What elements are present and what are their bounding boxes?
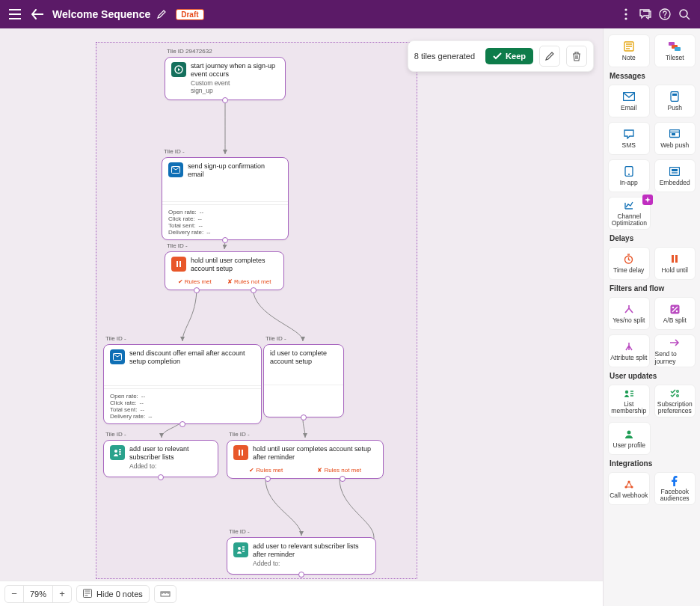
svg-point-4 [680,10,687,17]
tile-hold-until-reminder[interactable]: Tile ID - hold until user completes acco… [227,440,384,479]
svg-point-34 [677,391,679,393]
port-out[interactable] [179,421,185,427]
palette-ab-split[interactable]: A/B split [654,297,696,330]
notes-group[interactable]: Hide 0 notes [76,585,150,603]
tile-id-label: Tile ID - [229,431,250,438]
note-icon [624,40,634,52]
pause-icon [233,445,248,460]
user-icon [624,428,633,440]
svg-rect-19 [671,92,678,102]
port-out-met[interactable] [194,287,200,293]
zoom-group: − 79% + [4,585,72,603]
palette-list-membership[interactable]: List membership [608,385,650,417]
palette-inapp[interactable]: In-app [608,159,650,192]
svg-point-10 [114,450,117,453]
palette-send-journey[interactable]: Send to journey [654,334,696,367]
webpush-icon [669,128,680,140]
arrow-right-icon [669,337,680,349]
port-out[interactable] [298,572,304,578]
palette-facebook[interactable]: Facebook audiences [654,472,696,505]
edit-title-button[interactable] [155,7,168,21]
tile-event: sign_up [191,87,279,95]
bottom-toolbar: − 79% + Hide 0 notes [0,581,603,606]
palette-embedded[interactable]: Embedded [654,159,696,192]
chat-icon[interactable] [636,4,655,24]
palette-yesno-split[interactable]: Yes/no split [608,297,650,330]
embedded-icon [669,165,680,177]
status-badge: Draft [176,9,203,20]
palette-push[interactable]: Push [654,85,696,117]
facebook-icon [672,475,678,487]
svg-rect-8 [179,261,181,267]
svg-rect-17 [675,47,681,51]
tile-stats: Open rate:-- Click rate:-- Total sent:--… [162,204,288,239]
palette-time-delay[interactable]: Time delay [608,247,650,280]
port-out-notmet[interactable] [340,476,346,482]
tile-title: hold until user completes account setup … [253,445,377,462]
port-out-notmet[interactable] [251,287,257,293]
port-out[interactable] [222,237,228,243]
tile-title: send discount offer email after account … [129,349,255,367]
svg-rect-29 [675,255,678,263]
palette-subscription-pref[interactable]: Subscription preferences [654,385,696,417]
svg-point-0 [624,8,627,10]
zoom-out-button[interactable]: − [5,586,23,602]
push-icon [670,91,679,102]
split-icon [624,303,634,315]
tile-email-confirm[interactable]: Tile ID - send sign-up confirmation emai… [162,157,289,240]
palette-sms[interactable]: SMS [608,122,650,155]
palette-webpush[interactable]: Web push [654,122,696,155]
palette-note[interactable]: Note [608,34,650,67]
palette-user-profile[interactable]: User profile [608,422,651,455]
back-button[interactable] [28,5,46,23]
tile-start[interactable]: Tile ID 29472632 start journey when a si… [165,57,286,100]
tile-title: send sign-up confirmation email [188,162,282,180]
tile-id-label: Tile ID - [167,242,188,249]
tile-palette: Note Tileset Messages Email Push SMS Web… [603,28,700,606]
tile-remind[interactable]: Tile ID - id user to complete account se… [263,344,344,417]
palette-tileset[interactable]: Tileset [654,34,696,67]
email-icon [623,91,635,102]
svg-point-1 [624,13,627,15]
stopwatch-icon [624,253,633,265]
palette-channel-opt[interactable]: Channel Optimization [608,197,651,230]
zoom-in-button[interactable]: + [53,586,71,602]
search-icon[interactable] [675,4,694,24]
app-header: Welcome Sequence Draft [0,0,700,28]
tile-id-label: Tile ID 29472632 [167,48,212,55]
workflow-canvas[interactable]: Tile ID 29472632 start journey when a si… [0,28,603,581]
menu-icon[interactable] [6,5,24,23]
generation-status: 8 tiles generated [414,52,475,61]
tile-id-label: Tile ID - [265,335,286,342]
inapp-icon [624,165,633,177]
palette-webhook[interactable]: Call webhook [608,472,650,505]
tile-hold-until[interactable]: Tile ID - hold until user completes acco… [165,251,284,290]
tile-stats: Open rate:-- Click rate:-- Total sent:--… [104,388,261,423]
keep-button[interactable]: Keep [485,48,533,64]
page-title: Welcome Sequence [52,8,150,20]
port-out[interactable] [222,97,228,103]
tile-add-list-reminder[interactable]: Tile ID - add user to relevant subscribe… [227,537,376,575]
edit-generation-button[interactable] [539,46,560,67]
delete-generation-button[interactable] [566,46,587,67]
svg-rect-28 [672,255,674,263]
port-out[interactable] [158,474,164,480]
svg-rect-20 [672,94,677,96]
palette-hold-until[interactable]: Hold until [654,247,696,280]
tile-title: add user to relevant subscriber lists [129,445,212,462]
port-out[interactable] [301,414,307,420]
port-out-met[interactable] [265,476,271,482]
palette-email[interactable]: Email [608,85,650,117]
generation-toolbar: 8 tiles generated Keep [408,40,594,72]
attribute-split-icon [624,340,634,352]
pause-icon [171,257,186,272]
tile-add-list[interactable]: Tile ID - add user to relevant subscribe… [103,440,218,477]
tile-email-discount[interactable]: Tile ID - send discount offer email afte… [103,344,262,424]
ruler-toggle[interactable] [154,585,176,603]
palette-attribute-split[interactable]: Attribute split [608,334,650,367]
help-icon[interactable] [655,4,675,24]
tile-title: id user to complete account setup [270,349,337,367]
more-menu-button[interactable] [616,4,636,24]
notes-label: Hide 0 notes [96,590,143,599]
rule-labels: Rules met Rules not met [227,467,383,478]
